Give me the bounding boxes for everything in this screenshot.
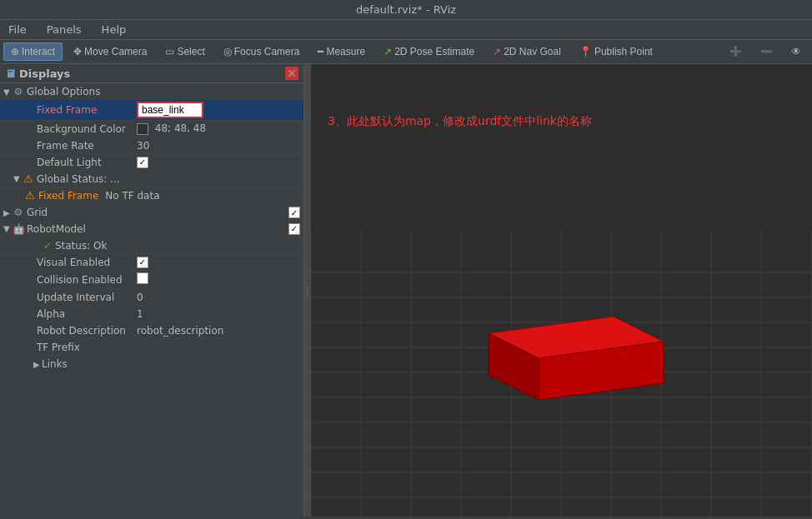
- interact-button[interactable]: ⊕ Interact: [3, 42, 63, 61]
- grid-row[interactable]: ▶ ⚙ Grid: [0, 204, 303, 221]
- robot-model-label: RobotModel: [27, 223, 86, 235]
- status-ok-label: ✓ Status: Ok: [0, 238, 133, 253]
- fixed-frame-input[interactable]: [137, 102, 203, 118]
- global-options-section[interactable]: ▼ ⚙ Global Options: [0, 83, 303, 100]
- displays-header: 🖥 Displays ✕: [0, 64, 303, 83]
- visual-enabled-value: [133, 254, 303, 270]
- status-ok-icon: ✓: [43, 240, 52, 252]
- remove-display-button[interactable]: ➖: [753, 42, 780, 61]
- links-label: Links: [42, 358, 68, 370]
- frame-rate-label: Frame Rate: [0, 138, 133, 153]
- main-layout: 🖥 Displays ✕ ▼ ⚙ Global Options Fixed Fr…: [0, 64, 812, 517]
- fixed-frame-property-row[interactable]: Fixed Frame: [0, 100, 303, 121]
- robot-model-checkbox-container: [288, 222, 300, 235]
- plus-icon: ➕: [729, 46, 742, 57]
- annotation-text: 3、此处默认为map，修改成urdf文件中link的名称: [328, 114, 592, 129]
- grid-enabled-checkbox[interactable]: [288, 207, 300, 218]
- displays-panel-icon: 🖥: [5, 67, 16, 80]
- eye-icon: 👁: [791, 46, 801, 57]
- grid-svg: [311, 64, 812, 517]
- nav-goal-icon: ↗: [493, 46, 501, 57]
- background-color-value: 48; 48, 48: [133, 121, 303, 137]
- measure-button[interactable]: ━ Measure: [310, 42, 373, 61]
- fixed-frame-status-row[interactable]: ⚠ Fixed Frame No TF data: [0, 187, 303, 204]
- menu-bar: File Panels Help: [0, 20, 812, 40]
- pose-estimate-icon: ↗: [383, 46, 392, 57]
- background-color-swatch[interactable]: [137, 123, 148, 135]
- robot-description-value: robot_description: [133, 323, 303, 338]
- fixed-frame-status-value: No TF data: [105, 190, 159, 202]
- collision-enabled-row[interactable]: Collision Enabled: [0, 271, 303, 289]
- robot-model-row[interactable]: ▼ 🤖 RobotModel: [0, 221, 303, 237]
- resize-handle[interactable]: ⋮: [304, 64, 311, 517]
- add-display-button[interactable]: ➕: [722, 42, 749, 61]
- robot-model-expand-arrow: ▼: [3, 224, 12, 233]
- displays-panel: 🖥 Displays ✕ ▼ ⚙ Global Options Fixed Fr…: [0, 64, 304, 517]
- robot-description-label: Robot Description: [0, 323, 133, 338]
- update-interval-label: Update Interval: [0, 290, 133, 305]
- grid-gear-icon: ⚙: [12, 207, 25, 218]
- global-options-expand-arrow: ▼: [3, 87, 12, 97]
- svg-rect-0: [311, 64, 812, 517]
- menu-help[interactable]: Help: [97, 22, 132, 37]
- focus-camera-icon: ◎: [223, 46, 232, 57]
- background-color-label: Background Color: [0, 122, 133, 137]
- frame-rate-property-row[interactable]: Frame Rate 30: [0, 137, 303, 154]
- robot-model-enabled-checkbox[interactable]: [288, 223, 300, 235]
- update-interval-value: 0: [133, 290, 303, 305]
- 3d-canvas[interactable]: 3、此处默认为map，修改成urdf文件中link的名称: [311, 64, 812, 517]
- measure-icon: ━: [318, 46, 323, 57]
- displays-content: ▼ ⚙ Global Options Fixed Frame Backgroun…: [0, 83, 303, 517]
- background-color-property-row[interactable]: Background Color 48; 48, 48: [0, 121, 303, 137]
- fixed-frame-warn-icon: ⚠: [23, 190, 37, 202]
- fixed-frame-value[interactable]: [133, 100, 303, 120]
- tf-prefix-label: TF Prefix: [0, 340, 133, 355]
- grid-checkbox[interactable]: [288, 207, 300, 219]
- select-icon: ▭: [165, 46, 174, 57]
- default-light-value: [133, 154, 303, 170]
- update-interval-row[interactable]: Update Interval 0: [0, 289, 303, 306]
- robot-model-3d: [464, 292, 680, 417]
- visual-enabled-label: Visual Enabled: [0, 255, 133, 270]
- fixed-frame-label: Fixed Frame: [0, 102, 133, 117]
- menu-panels[interactable]: Panels: [42, 22, 87, 37]
- tf-prefix-row[interactable]: TF Prefix: [0, 339, 303, 356]
- fixed-frame-status-label: Fixed Frame: [38, 190, 98, 202]
- default-light-checkbox[interactable]: [137, 157, 148, 168]
- alpha-value: 1: [133, 307, 303, 322]
- links-expand-arrow: ▶: [33, 360, 42, 369]
- global-status-expand-arrow: ▼: [13, 174, 22, 183]
- links-row[interactable]: ▶ Links: [0, 356, 303, 372]
- nav-goal-button[interactable]: ↗ 2D Nav Goal: [485, 42, 569, 61]
- 3d-view-panel[interactable]: 3、此处默认为map，修改成urdf文件中link的名称: [311, 64, 812, 517]
- global-options-label: Global Options: [27, 86, 100, 97]
- global-status-row[interactable]: ▼ ⚠ Global Status: ...: [0, 171, 303, 187]
- pose-estimate-button[interactable]: ↗ 2D Pose Estimate: [376, 42, 482, 61]
- default-light-property-row[interactable]: Default Light: [0, 154, 303, 171]
- robot-description-row[interactable]: Robot Description robot_description: [0, 322, 303, 339]
- tf-prefix-value: [133, 346, 303, 349]
- publish-point-button[interactable]: 📍 Publish Point: [572, 42, 660, 61]
- visual-enabled-row[interactable]: Visual Enabled: [0, 254, 303, 271]
- select-button[interactable]: ▭ Select: [158, 42, 212, 61]
- global-options-gear-icon: ⚙: [12, 86, 25, 97]
- toolbar: ⊕ Interact ✥ Move Camera ▭ Select ◎ Focu…: [0, 40, 812, 64]
- displays-close-button[interactable]: ✕: [285, 67, 298, 80]
- focus-camera-button[interactable]: ◎ Focus Camera: [216, 42, 308, 61]
- collision-enabled-checkbox[interactable]: [137, 272, 148, 284]
- alpha-row[interactable]: Alpha 1: [0, 306, 303, 322]
- window-title: default.rviz* - RViz: [356, 3, 456, 16]
- frame-rate-value: 30: [133, 138, 303, 153]
- menu-file[interactable]: File: [3, 22, 32, 37]
- displays-panel-title: Displays: [19, 67, 70, 80]
- move-camera-button[interactable]: ✥ Move Camera: [66, 42, 154, 61]
- minus-icon: ➖: [760, 46, 773, 57]
- interact-icon: ⊕: [11, 46, 19, 57]
- collision-enabled-value: [133, 271, 303, 288]
- robot-model-icon: 🤖: [12, 223, 25, 235]
- view-options-button[interactable]: 👁: [784, 42, 809, 61]
- publish-point-icon: 📍: [579, 46, 592, 57]
- visual-enabled-checkbox[interactable]: [137, 257, 148, 268]
- grid-label: Grid: [27, 207, 48, 218]
- status-ok-row[interactable]: ✓ Status: Ok: [0, 237, 303, 254]
